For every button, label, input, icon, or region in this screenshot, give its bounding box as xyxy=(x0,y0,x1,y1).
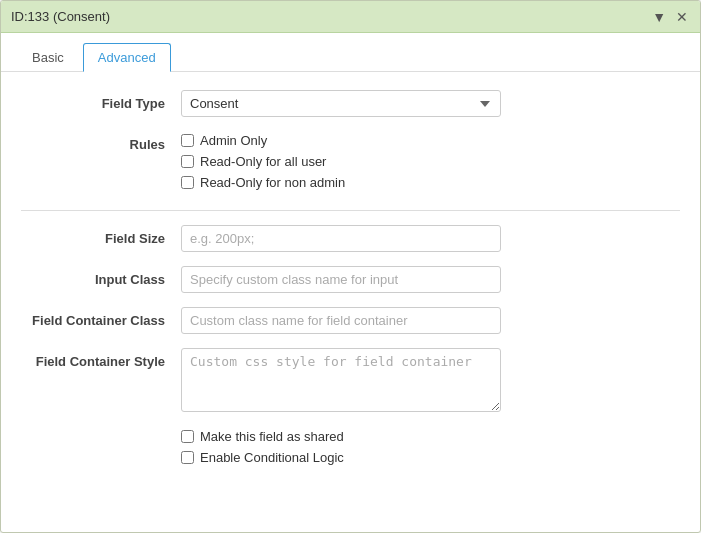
field-container-class-label: Field Container Class xyxy=(21,307,181,328)
tabs-bar: Basic Advanced xyxy=(1,33,700,72)
readonly-all-row: Read-Only for all user xyxy=(181,154,680,169)
input-class-control xyxy=(181,266,680,293)
input-class-input[interactable] xyxy=(181,266,501,293)
bottom-checkboxes-row: Make this field as shared Enable Conditi… xyxy=(21,429,680,471)
admin-only-label: Admin Only xyxy=(200,133,267,148)
divider xyxy=(21,210,680,211)
bottom-checkboxes-spacer xyxy=(21,429,181,435)
tab-advanced[interactable]: Advanced xyxy=(83,43,171,72)
field-size-input[interactable] xyxy=(181,225,501,252)
tab-basic[interactable]: Basic xyxy=(17,43,79,72)
bottom-checkboxes-control: Make this field as shared Enable Conditi… xyxy=(181,429,680,471)
field-container-class-row: Field Container Class xyxy=(21,307,680,334)
conditional-checkbox[interactable] xyxy=(181,451,194,464)
field-type-control: Consent xyxy=(181,90,680,117)
field-type-select[interactable]: Consent xyxy=(181,90,501,117)
field-size-row: Field Size xyxy=(21,225,680,252)
field-container-style-control xyxy=(181,348,680,415)
readonly-nonadmin-checkbox[interactable] xyxy=(181,176,194,189)
conditional-row: Enable Conditional Logic xyxy=(181,450,680,465)
field-container-style-label: Field Container Style xyxy=(21,348,181,369)
rules-row: Rules Admin Only Read-Only for all user … xyxy=(21,131,680,196)
field-size-label: Field Size xyxy=(21,225,181,246)
field-container-class-control xyxy=(181,307,680,334)
rules-label: Rules xyxy=(21,131,181,152)
titlebar-controls: ▼ ✕ xyxy=(650,10,690,24)
shared-checkbox[interactable] xyxy=(181,430,194,443)
field-container-style-textarea[interactable] xyxy=(181,348,501,412)
field-size-control xyxy=(181,225,680,252)
rules-control: Admin Only Read-Only for all user Read-O… xyxy=(181,131,680,196)
field-type-label: Field Type xyxy=(21,90,181,111)
readonly-nonadmin-label: Read-Only for non admin xyxy=(200,175,345,190)
dialog-body: Basic Advanced Field Type Consent Rules xyxy=(1,33,700,532)
shared-label: Make this field as shared xyxy=(200,429,344,444)
conditional-label: Enable Conditional Logic xyxy=(200,450,344,465)
close-button[interactable]: ✕ xyxy=(674,10,690,24)
field-type-row: Field Type Consent xyxy=(21,90,680,117)
readonly-nonadmin-row: Read-Only for non admin xyxy=(181,175,680,190)
admin-only-row: Admin Only xyxy=(181,133,680,148)
readonly-all-checkbox[interactable] xyxy=(181,155,194,168)
input-class-label: Input Class xyxy=(21,266,181,287)
minimize-button[interactable]: ▼ xyxy=(650,10,668,24)
form-section: Field Type Consent Rules Admin Only xyxy=(1,72,700,495)
readonly-all-label: Read-Only for all user xyxy=(200,154,326,169)
field-container-style-row: Field Container Style xyxy=(21,348,680,415)
field-container-class-input[interactable] xyxy=(181,307,501,334)
dialog-titlebar: ID:133 (Consent) ▼ ✕ xyxy=(1,1,700,33)
shared-row: Make this field as shared xyxy=(181,429,680,444)
dialog: ID:133 (Consent) ▼ ✕ Basic Advanced Fiel… xyxy=(0,0,701,533)
admin-only-checkbox[interactable] xyxy=(181,134,194,147)
input-class-row: Input Class xyxy=(21,266,680,293)
dialog-title: ID:133 (Consent) xyxy=(11,9,110,24)
